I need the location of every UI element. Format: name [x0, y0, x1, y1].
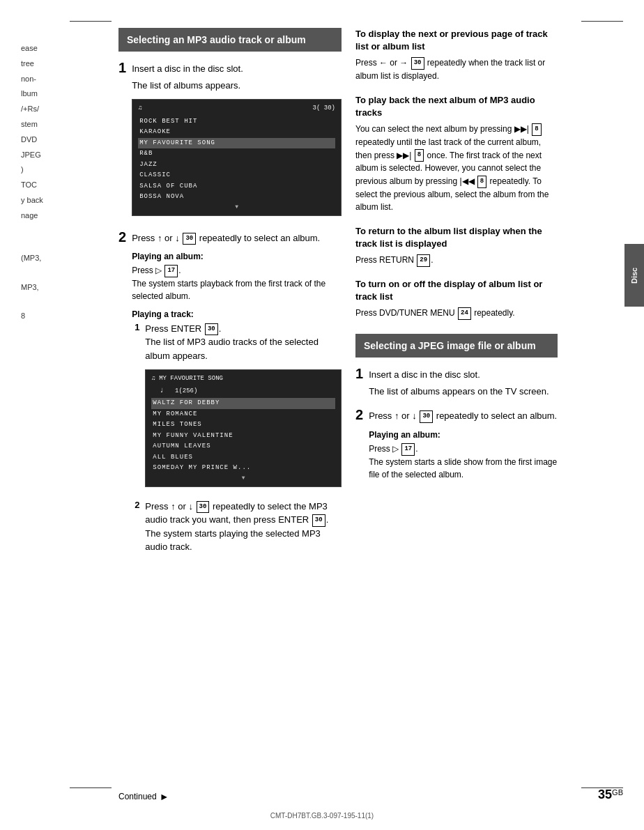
screen-row: BOSSA NOVA [138, 192, 335, 203]
sidebar-item: lbum [21, 87, 105, 101]
step-2-number: 2 [118, 230, 126, 244]
sidebar-item: TOC [21, 178, 105, 192]
screen-row: R&B [138, 148, 335, 160]
sub-step-1-text: Press ENTER 30. The list of MP3 audio tr… [145, 322, 342, 363]
sidebar-item: ease [21, 42, 105, 56]
info-section-2: To play back the next album of MP3 audio… [355, 94, 558, 214]
screen-header-2: ♫ MY FAVOURITE SONG [151, 374, 335, 384]
info-text-4: Press DVD/TUNER MENU 24 repeatedly. [355, 307, 558, 320]
sidebar-item: ) [21, 163, 105, 177]
btn-8a: 8 [532, 123, 541, 136]
screen2-subheader: ♩ 1(256) [151, 387, 335, 397]
btn-30e: 30 [411, 57, 424, 70]
sidebar-item: (MP3, [21, 252, 105, 266]
screen2-arrow: ▼ [151, 474, 335, 482]
bottom-area: Continued ► 35GB [0, 787, 644, 802]
info-text-2: You can select the next album by pressin… [355, 123, 558, 214]
sub-step-1: 1 Press ENTER 30. The list of MP3 audio … [132, 322, 342, 494]
btn-30f: 30 [420, 410, 433, 423]
play-album-text: Press ▷ 17. The system starts playback f… [132, 264, 342, 302]
jpeg-section-header: Selecting a JPEG image file or album [355, 334, 558, 358]
jpeg-step-2-text: Press ↑ or ↓ 30 repeatedly to select an … [369, 409, 558, 423]
screen2-row: ALL BLUES [151, 452, 335, 463]
info-heading-1: To display the next or previous page of … [355, 28, 558, 53]
jpeg-step-2-content: Press ↑ or ↓ 30 repeatedly to select an … [369, 409, 558, 484]
play-track-label: Playing a track: [132, 309, 342, 319]
jpeg-step-1-subtext: The list of albums appears on the TV scr… [369, 385, 558, 399]
jpeg-step-1-number: 1 [355, 367, 363, 381]
sub-step-2-content: Press ↑ or ↓ 30 repeatedly to select the… [145, 500, 342, 557]
sidebar-item: tree [21, 57, 105, 71]
sidebar-item: nage [21, 209, 105, 223]
screen-row: CLASSIC [138, 170, 335, 181]
step-2-content: Press ↑ or ↓ 30 repeatedly to select an … [132, 231, 342, 562]
btn-24: 24 [458, 307, 471, 320]
info-text-1: Press ← or → 30 repeatedly when the trac… [355, 56, 558, 82]
screen-header-1: ♫ 3( 30) [138, 104, 335, 114]
btn-8b: 8 [415, 149, 424, 162]
btn-30: 30 [183, 233, 196, 245]
page-number-display: 35GB [598, 787, 623, 802]
page-suffix: GB [612, 788, 623, 797]
jpeg-step-2: 2 Press ↑ or ↓ 30 repeatedly to select a… [355, 409, 558, 484]
jpeg-step-2-number: 2 [355, 408, 363, 422]
screen2-row-highlight: WALTZ FOR DEBBY [151, 398, 335, 409]
info-heading-4: To turn on or off the display of album l… [355, 278, 558, 303]
screen2-header: ♫ MY FAVOURITE SONG [151, 374, 223, 384]
step-1-subtext: The list of albums appears. [132, 79, 342, 93]
screen-row: JAZZ [138, 160, 335, 171]
step-1-number: 1 [118, 61, 126, 75]
jpeg-step-1: 1 Insert a disc in the disc slot. The li… [355, 368, 558, 401]
sub-step-1-number: 1 [135, 322, 139, 332]
screen-display-2: ♫ MY FAVOURITE SONG ♩ 1(256) WALTZ FOR D… [145, 369, 342, 487]
jpeg-play-album-text: Press ▷ 17. The system starts a slide sh… [369, 443, 558, 481]
step-1-text: Insert a disc in the disc slot. [132, 62, 342, 76]
screen-header-right: 3( 30) [313, 104, 335, 114]
screen-row-highlight: MY FAVOURITE SONG [138, 138, 335, 149]
left-sidebar: ease tree non- lbum /+Rs/ stem DVD JPEG … [0, 0, 112, 830]
info-heading-2: To play back the next album of MP3 audio… [355, 94, 558, 119]
jpeg-play-album-desc: The system starts a slide show from the … [369, 457, 557, 479]
btn-29: 29 [417, 254, 430, 267]
disc-tab: Disc [624, 244, 644, 307]
screen2-row: AUTUMN LEAVES [151, 441, 335, 452]
sidebar-item: non- [21, 72, 105, 86]
sidebar-item: /+Rs/ [21, 102, 105, 116]
jpeg-step-1-text: Insert a disc in the disc slot. [369, 368, 558, 382]
step-1: 1 Insert a disc in the disc slot. The li… [118, 62, 342, 223]
info-text-3: Press RETURN 29. [355, 254, 558, 267]
sidebar-item: DVD [21, 133, 105, 147]
btn-30d: 30 [312, 514, 325, 527]
left-column: Selecting an MP3 audio track or album 1 … [118, 28, 342, 816]
sub-step-1-content: Press ENTER 30. The list of MP3 audio tr… [145, 322, 342, 494]
sub-step-2-text: Press ↑ or ↓ 30 repeatedly to select the… [145, 500, 342, 554]
screen-row: KARAOKE [138, 127, 335, 138]
screen-row: ROCK BEST HIT [138, 116, 335, 128]
continued-text: Continued [118, 792, 157, 801]
continued-label: Continued ► [118, 791, 169, 802]
info-section-3: To return to the album list display when… [355, 225, 558, 267]
info-heading-3: To return to the album list display when… [355, 225, 558, 250]
info-section-4: To turn on or off the display of album l… [355, 278, 558, 320]
sidebar-item: 8 [21, 309, 105, 323]
screen2-row: MY ROMANCE [151, 409, 335, 420]
sidebar-item: MP3, [21, 281, 105, 295]
btn-30b: 30 [205, 323, 218, 336]
main-content: Selecting an MP3 audio track or album 1 … [112, 0, 644, 830]
continued-arrow-icon: ► [160, 791, 169, 802]
step-2: 2 Press ↑ or ↓ 30 repeatedly to select a… [118, 231, 342, 562]
btn-8c: 8 [477, 176, 486, 188]
screen-icon: ♫ [138, 104, 141, 114]
screen2-row: MILES TONES [151, 420, 335, 431]
btn-17b: 17 [401, 443, 415, 456]
btn-30c: 30 [197, 501, 210, 514]
btn-17: 17 [164, 265, 178, 277]
info-section-1: To display the next or previous page of … [355, 28, 558, 83]
step-2-text: Press ↑ or ↓ 30 repeatedly to select an … [132, 231, 342, 245]
left-section-header: Selecting an MP3 audio track or album [118, 28, 342, 52]
sidebar-item: JPEG [21, 148, 105, 162]
screen-arrow: ▼ [138, 203, 335, 211]
right-column: To display the next or previous page of … [355, 28, 578, 816]
screen-display-1: ♫ 3( 30) ROCK BEST HIT KARAOKE MY FAVOUR… [132, 99, 342, 216]
sidebar-item: y back [21, 194, 105, 208]
